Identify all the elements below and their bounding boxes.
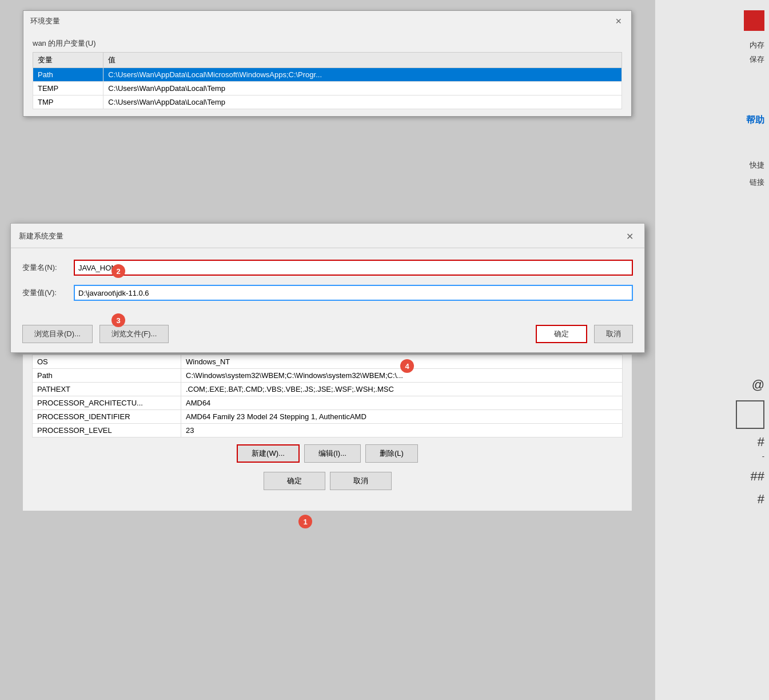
right-red-button[interactable] — [744, 10, 764, 31]
user-var-name: TEMP — [33, 82, 103, 96]
confirm-cancel-button[interactable]: 取消 — [594, 325, 633, 343]
var-value-row: 变量值(V): — [22, 285, 633, 301]
sys-var-row[interactable]: PROCESSOR_ARCHITECTU...AMD64 — [33, 396, 623, 410]
system-vars-table: OSWindows_NTPathC:\Windows\system32\WBEM… — [32, 355, 623, 438]
browse-file-button[interactable]: 浏览文件(F)... — [99, 325, 169, 343]
user-var-value: C:\Users\Wan\AppData\Local\Temp — [103, 96, 622, 109]
right-label-help: 帮助 — [746, 114, 764, 126]
new-sysvar-close-button[interactable]: ✕ — [623, 229, 636, 243]
col-header-name: 变量 — [33, 53, 103, 68]
right-hash-1: # — [758, 435, 764, 450]
system-vars-section: OSWindows_NTPathC:\Windows\system32\WBEM… — [23, 355, 632, 511]
right-label-shortcut: 快捷 — [750, 160, 764, 170]
user-var-row[interactable]: TMPC:\Users\Wan\AppData\Local\Temp — [33, 96, 622, 109]
sys-var-row[interactable]: PROCESSOR_LEVEL23 — [33, 424, 623, 438]
sys-var-name: Path — [33, 369, 181, 383]
user-var-value: C:\Users\Wan\AppData\Local\Temp — [103, 82, 622, 96]
sys-var-row[interactable]: PathC:\Windows\system32\WBEM;C:\Windows\… — [33, 369, 623, 383]
user-var-value: C:\Users\Wan\AppData\Local\Microsoft\Win… — [103, 68, 622, 82]
right-box — [736, 400, 764, 429]
bottom-actions: 确定 取消 — [32, 472, 623, 502]
new-sysvar-dialog: 新建系统变量 ✕ 变量名(N): 变量值(V): 浏览目录(D)... 浏览文件… — [10, 223, 645, 353]
env-vars-content: wan 的用户变量(U) 变量 值 PathC:\Users\Wan\AppDa… — [23, 31, 631, 116]
user-vars-label: wan 的用户变量(U) — [33, 38, 622, 49]
sys-var-value: 23 — [181, 424, 623, 438]
sys-var-name: PATHEXT — [33, 383, 181, 396]
browse-dir-button[interactable]: 浏览目录(D)... — [22, 325, 93, 343]
sys-var-value: AMD64 — [181, 396, 623, 410]
user-var-name: TMP — [33, 96, 103, 109]
col-header-value: 值 — [103, 53, 622, 68]
right-label-save: 保存 — [750, 54, 764, 65]
var-value-label: 变量值(V): — [22, 288, 74, 298]
bottom-ok-button[interactable]: 确定 — [264, 472, 325, 490]
sys-var-row[interactable]: OSWindows_NT — [33, 355, 623, 369]
new-sysvar-btn-row: 浏览目录(D)... 浏览文件(F)... 确定 取消 — [11, 319, 644, 352]
new-sysvar-body: 变量名(N): 变量值(V): — [11, 248, 644, 319]
right-label-link: 链接 — [750, 177, 764, 188]
user-var-row[interactable]: PathC:\Users\Wan\AppData\Local\Microsoft… — [33, 68, 622, 82]
system-vars-actions: 新建(W)... 编辑(I)... 删除(L) — [32, 444, 623, 463]
confirm-ok-button[interactable]: 确定 — [536, 325, 587, 343]
sys-var-name: PROCESSOR_LEVEL — [33, 424, 181, 438]
right-hash-2: ## — [751, 469, 764, 484]
sys-var-row[interactable]: PROCESSOR_IDENTIFIERAMD64 Family 23 Mode… — [33, 410, 623, 424]
var-value-input[interactable] — [74, 285, 633, 301]
sys-var-name: OS — [33, 355, 181, 369]
right-hash-3: # — [758, 492, 764, 507]
sys-var-value: AMD64 Family 23 Model 24 Stepping 1, Aut… — [181, 410, 623, 424]
delete-sysvar-button[interactable]: 删除(L) — [365, 444, 418, 463]
bottom-cancel-button[interactable]: 取消 — [330, 472, 392, 490]
right-at-symbol: @ — [752, 377, 764, 392]
badge-2: 2 — [111, 264, 125, 278]
var-name-input[interactable] — [74, 260, 633, 276]
env-vars-title: 环境变量 — [30, 16, 60, 26]
user-vars-table: 变量 值 PathC:\Users\Wan\AppData\Local\Micr… — [33, 52, 622, 109]
user-var-name: Path — [33, 68, 103, 82]
right-label-memory: 内存 — [750, 40, 764, 50]
env-vars-title-bar: 环境变量 ✕ — [23, 11, 631, 31]
sys-var-row[interactable]: PATHEXT.COM;.EXE;.BAT;.CMD;.VBS;.VBE;.JS… — [33, 383, 623, 396]
new-sysvar-title: 新建系统变量 — [19, 231, 63, 241]
new-sysvar-button[interactable]: 新建(W)... — [237, 444, 300, 463]
var-name-label: 变量名(N): — [22, 262, 74, 273]
env-vars-close-button[interactable]: ✕ — [613, 15, 624, 27]
sys-var-name: PROCESSOR_ARCHITECTU... — [33, 396, 181, 410]
new-sysvar-title-bar: 新建系统变量 ✕ — [11, 224, 644, 248]
badge-4: 4 — [400, 359, 414, 373]
env-vars-dialog: 环境变量 ✕ wan 的用户变量(U) 变量 值 PathC:\Users\Wa… — [23, 10, 632, 117]
system-vars-inner: OSWindows_NTPathC:\Windows\system32\WBEM… — [23, 355, 632, 511]
sys-var-value: .COM;.EXE;.BAT;.CMD;.VBS;.VBE;.JS;.JSE;.… — [181, 383, 623, 396]
right-panel: 内存 保存 帮助 快捷 链接 @ # - ## # — [655, 0, 769, 700]
badge-3: 3 — [111, 313, 125, 327]
right-dash: - — [762, 452, 764, 460]
sys-var-name: PROCESSOR_IDENTIFIER — [33, 410, 181, 424]
user-var-row[interactable]: TEMPC:\Users\Wan\AppData\Local\Temp — [33, 82, 622, 96]
badge-1: 1 — [298, 515, 312, 528]
edit-sysvar-button[interactable]: 编辑(I)... — [304, 444, 361, 463]
